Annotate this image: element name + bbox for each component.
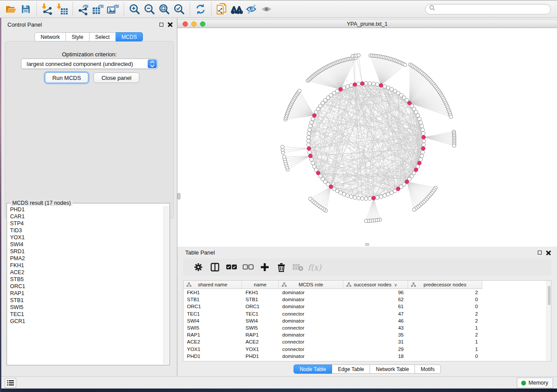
table-cell: 2	[408, 332, 482, 337]
mcds-result-item[interactable]: STB1	[10, 297, 164, 304]
tab-network[interactable]: Network	[35, 32, 66, 41]
table-scroll-thumb[interactable]	[548, 286, 550, 305]
export-network-icon[interactable]	[76, 2, 91, 16]
tab-style[interactable]: Style	[66, 32, 90, 41]
settings-gear-icon[interactable]	[190, 260, 207, 275]
mcds-result-item[interactable]: STP4	[10, 220, 164, 227]
export-image-icon[interactable]	[106, 2, 121, 16]
column-header-shared-name[interactable]: shared name	[183, 281, 242, 289]
mcds-result-item[interactable]: STB5	[10, 276, 164, 283]
toolbar-separator	[124, 2, 124, 16]
search-input[interactable]	[436, 5, 550, 14]
close-panel-button[interactable]: Close panel	[93, 72, 139, 83]
close-table-panel-icon[interactable]	[546, 250, 551, 255]
optimization-criterion-select[interactable]: largest connected component (undirected)	[21, 58, 158, 69]
table-cell: 35	[343, 332, 408, 337]
column-header-MCDS-role[interactable]: MCDS role	[279, 281, 343, 289]
import-network-icon[interactable]	[40, 2, 55, 16]
table-row[interactable]: ORC1ORC1dominator610	[183, 303, 547, 310]
table-cell: 31	[343, 339, 408, 344]
mcds-result-item[interactable]: PHD1	[10, 206, 164, 213]
mcds-result-item[interactable]: GCR1	[10, 318, 164, 325]
close-panel-icon[interactable]	[168, 22, 173, 27]
task-history-button[interactable]	[5, 378, 16, 388]
splitter-scroll-thumb[interactable]	[177, 193, 180, 199]
mcds-result-item[interactable]: TID3	[10, 227, 164, 234]
mcds-result-item[interactable]: YOX1	[10, 234, 164, 241]
network-canvas[interactable]	[177, 28, 557, 247]
table-cell: 61	[343, 304, 408, 309]
tab-select[interactable]: Select	[90, 32, 116, 41]
tab-network-table[interactable]: Network Table	[370, 364, 415, 374]
table-cell: dominator	[279, 318, 343, 323]
table-row[interactable]: RAP1RAP1dominator352	[183, 331, 547, 338]
hide-selected-icon[interactable]	[244, 2, 259, 16]
column-header-name[interactable]: name	[242, 281, 279, 289]
search-network-icon[interactable]	[229, 2, 244, 16]
float-panel-icon[interactable]	[159, 23, 163, 27]
refresh-layout-icon[interactable]	[193, 2, 208, 16]
mcds-result-item[interactable]: CAR1	[10, 213, 164, 220]
float-table-panel-icon[interactable]	[538, 251, 542, 254]
table-row[interactable]: PHD1PHD1dominator180	[183, 353, 547, 360]
network-window-title: YPA_prune.txt_1	[177, 21, 557, 27]
node-table-header: shared namenameMCDS rolesuccessor nodes∨…	[183, 281, 482, 289]
mcds-result-item[interactable]: TEC1	[10, 311, 164, 318]
zoom-out-icon[interactable]	[142, 2, 157, 16]
column-header-predecessor-nodes[interactable]: predecessor nodes	[408, 281, 482, 289]
tab-node-table[interactable]: Node Table	[294, 364, 332, 374]
tab-edge-table[interactable]: Edge Table	[332, 364, 370, 374]
export-table-icon[interactable]	[91, 2, 106, 16]
mcds-result-item[interactable]: PMA2	[10, 255, 164, 262]
save-session-icon[interactable]	[18, 2, 33, 16]
tab-motifs[interactable]: Motifs	[415, 364, 441, 374]
open-file-icon[interactable]	[3, 2, 18, 16]
show-columns-icon[interactable]	[207, 260, 223, 275]
table-row[interactable]: STB1STB1dominator620	[183, 296, 547, 303]
search-box[interactable]	[425, 4, 551, 14]
add-column-icon[interactable]	[256, 260, 273, 275]
table-row[interactable]: TEC1TEC1connector472	[183, 310, 547, 317]
tab-mcds[interactable]: MCDS	[116, 32, 143, 41]
mcds-result-item[interactable]: SWI5	[10, 304, 164, 311]
column-header-successor-nodes[interactable]: successor nodes∨	[343, 281, 408, 289]
table-row[interactable]: YOX1YOX1connector291	[183, 346, 547, 353]
mcds-result-item[interactable]: FKH1	[10, 262, 164, 269]
table-row[interactable]: SWI5SWI5connector431	[183, 324, 547, 331]
table-row[interactable]: SWI4SWI4dominator462	[183, 317, 547, 324]
table-cell: dominator	[279, 332, 343, 337]
table-cell: SWI5	[183, 325, 242, 330]
node-table[interactable]: shared namenameMCDS rolesuccessor nodes∨…	[183, 280, 551, 361]
import-table-icon[interactable]	[55, 2, 69, 16]
network-window-titlebar[interactable]: YPA_prune.txt_1	[177, 20, 557, 28]
memory-label: Memory	[529, 380, 548, 386]
table-toolbar: f(x)	[183, 258, 551, 276]
network-graph[interactable]	[177, 28, 557, 247]
mcds-result-item[interactable]: RAP1	[10, 290, 164, 297]
select-all-icon[interactable]	[223, 260, 240, 275]
table-cell: STB1	[183, 297, 242, 302]
table-scrollbar[interactable]	[547, 281, 551, 361]
clone-network-icon[interactable]	[214, 2, 229, 16]
network-hscroll-thumb[interactable]	[365, 243, 369, 246]
table-row[interactable]: FKH1FKH1dominator962	[183, 289, 547, 296]
table-cell: dominator	[279, 354, 343, 359]
table-cell: ORC1	[242, 304, 279, 309]
table-cell: ACE2	[242, 339, 279, 344]
zoom-fit-icon[interactable]	[157, 2, 172, 16]
mcds-result-item[interactable]: SRD1	[10, 248, 164, 255]
mcds-result-item[interactable]: ACE2	[10, 269, 164, 276]
memory-button[interactable]: Memory	[517, 378, 553, 388]
table-row[interactable]: ACE2ACE2connector311	[183, 338, 547, 345]
zoom-in-icon[interactable]	[127, 2, 142, 16]
mcds-result-item[interactable]: SWI4	[10, 241, 164, 248]
zoom-selected-icon[interactable]	[172, 2, 187, 16]
deselect-all-icon[interactable]	[240, 260, 256, 275]
mcds-result-item[interactable]: ORC1	[10, 283, 164, 290]
mcds-result-list[interactable]: PHD1CAR1STP4TID3YOX1SWI4SRD1PMA2FKH1ACE2…	[7, 206, 164, 364]
show-all-icon[interactable]	[259, 2, 274, 16]
delete-column-icon[interactable]	[273, 260, 290, 275]
mcds-result-scrollbar[interactable]	[163, 206, 169, 364]
run-mcds-button[interactable]: Run MCDS	[45, 72, 88, 83]
select-stepper-icon[interactable]	[148, 59, 157, 68]
